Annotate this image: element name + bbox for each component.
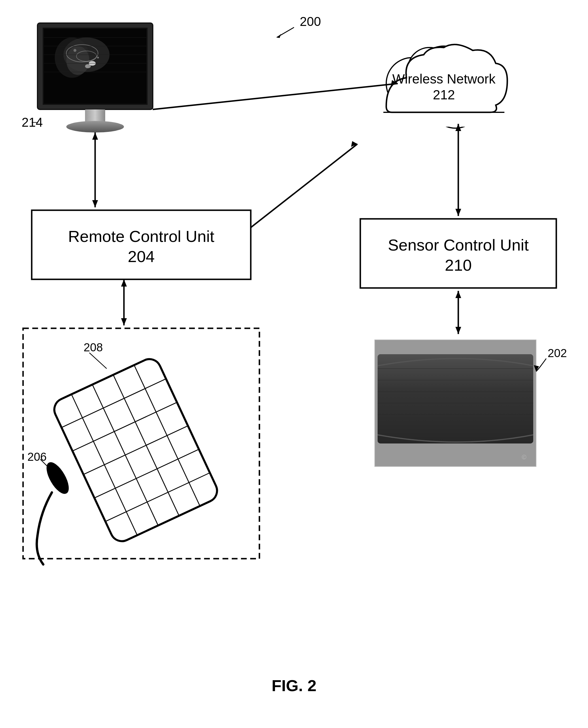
remote-control-unit-label: Remote Control Unit <box>68 227 214 245</box>
fig-label: FIG. 2 <box>272 677 316 694</box>
diagram: 200 214 <box>0 0 588 728</box>
sensor-control-unit-number: 210 <box>445 256 471 274</box>
wireless-network-label: Wireless Network <box>392 71 496 86</box>
remote-control-unit-number: 204 <box>128 247 154 266</box>
ref-206: 206 <box>27 450 47 463</box>
svg-text:©: © <box>522 454 526 461</box>
ref-202: 202 <box>548 347 567 359</box>
svg-rect-57 <box>378 354 533 443</box>
svg-point-10 <box>85 64 91 68</box>
monitor-base <box>66 121 124 132</box>
ref-208: 208 <box>84 341 103 354</box>
svg-point-6 <box>66 46 89 75</box>
wireless-network-number: 212 <box>433 87 455 102</box>
svg-point-17 <box>97 57 99 59</box>
svg-point-16 <box>74 49 77 52</box>
sensor-control-unit-label: Sensor Control Unit <box>388 236 529 254</box>
ref-200: 200 <box>300 15 321 28</box>
